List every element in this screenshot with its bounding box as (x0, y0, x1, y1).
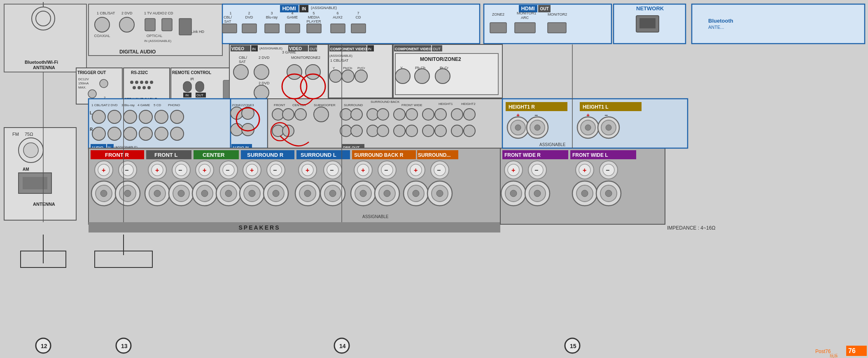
svg-text:FRONT WIDE: FRONT WIDE (401, 103, 422, 107)
svg-point-299 (225, 190, 232, 197)
svg-point-253 (152, 164, 163, 176)
svg-text:Pb Cb: Pb Cb (415, 66, 425, 70)
svg-point-220 (282, 125, 294, 137)
svg-point-288 (145, 181, 170, 206)
svg-text:ZONE2: ZONE2 (308, 56, 320, 60)
svg-point-300 (240, 181, 264, 206)
svg-text:COMPONENT VIDEO: COMPONENT VIDEO (395, 47, 432, 51)
svg-text:+: + (511, 167, 515, 174)
svg-point-290 (154, 190, 161, 197)
svg-text:MEDIA: MEDIA (308, 15, 320, 19)
svg-rect-78 (309, 45, 317, 51)
svg-rect-1 (4, 4, 86, 72)
svg-text:PLAYER: PLAYER (307, 19, 321, 23)
svg-point-227 (422, 125, 434, 137)
svg-point-298 (220, 185, 237, 202)
svg-point-351 (505, 185, 522, 202)
svg-rect-21 (179, 19, 191, 35)
svg-text:AUDIO IN: AUDIO IN (232, 146, 249, 150)
svg-text:SIGNAL GND: SIGNAL GND (220, 101, 240, 105)
svg-text:CBL/: CBL/ (239, 56, 247, 60)
svg-point-221 (340, 125, 352, 137)
svg-text:SAT: SAT (224, 19, 231, 23)
svg-point-291 (169, 181, 194, 206)
svg-rect-144 (223, 80, 229, 99)
svg-point-374 (527, 117, 548, 138)
svg-text:AUDIO: AUDIO (91, 146, 103, 150)
svg-point-216 (435, 109, 446, 120)
main-panel: Bluetooth/Wi-Fi ANTENNA DIGITAL AUDIO 1 … (0, 0, 868, 358)
svg-point-173 (139, 127, 152, 140)
svg-rect-71 (231, 45, 250, 51)
svg-rect-63 (614, 4, 686, 44)
svg-rect-186 (231, 144, 252, 150)
svg-rect-153 (107, 144, 114, 150)
svg-text:+: + (102, 167, 105, 174)
svg-point-372 (511, 120, 525, 135)
svg-text:+: + (306, 167, 309, 174)
svg-rect-92 (329, 44, 392, 98)
svg-text:SUBWOOFER: SUBWOOFER (314, 103, 336, 107)
svg-text:HDMI: HDMI (282, 5, 296, 12)
svg-point-117 (435, 69, 450, 84)
svg-text:12: 12 (41, 343, 47, 349)
svg-point-341 (528, 161, 546, 179)
svg-text:SURROUND: SURROUND (344, 103, 363, 107)
svg-text:1 CBL/SAT: 1 CBL/SAT (91, 103, 108, 107)
svg-point-252 (148, 161, 166, 179)
svg-text:−: − (606, 167, 609, 174)
svg-text:TRIGGER OUT: TRIGGER OUT (77, 70, 106, 75)
svg-point-293 (178, 190, 184, 197)
svg-text:PRE OUT: PRE OUT (343, 146, 360, 150)
svg-text:ANTENNA: ANTENNA (33, 202, 55, 207)
svg-point-347 (600, 161, 618, 179)
svg-point-85 (254, 65, 269, 79)
svg-point-313 (355, 185, 371, 202)
svg-rect-331 (89, 222, 500, 232)
svg-text:OUT: OUT (540, 7, 548, 11)
svg-point-296 (201, 190, 208, 197)
svg-text:−: − (604, 112, 608, 119)
svg-text:3 GAME: 3 GAME (282, 50, 296, 54)
svg-text:−: − (178, 167, 182, 174)
svg-rect-50 (351, 24, 366, 33)
svg-point-210 (351, 109, 362, 120)
svg-point-247 (98, 164, 110, 176)
svg-text:CBL/: CBL/ (224, 15, 232, 19)
svg-rect-336 (570, 150, 636, 159)
svg-rect-23 (280, 5, 299, 12)
svg-text:2: 2 (248, 11, 250, 15)
svg-text:L: L (90, 111, 92, 115)
svg-point-350 (501, 181, 526, 206)
svg-text:DC12V: DC12V (78, 77, 89, 81)
svg-point-270 (299, 161, 317, 179)
svg-point-304 (268, 185, 284, 202)
svg-point-277 (357, 164, 369, 176)
svg-text:FM: FM (12, 132, 19, 137)
svg-point-87 (287, 65, 302, 79)
svg-rect-70 (229, 44, 328, 104)
svg-point-354 (529, 185, 546, 202)
svg-rect-176 (4, 128, 76, 220)
svg-point-394 (334, 338, 349, 353)
svg-text:6: 6 (336, 11, 338, 15)
svg-text:2 DVD: 2 DVD (259, 56, 270, 60)
svg-point-276 (354, 161, 372, 179)
svg-text:CD: CD (356, 15, 361, 19)
svg-text:+: + (155, 167, 159, 174)
svg-rect-362 (502, 99, 688, 148)
svg-point-171 (108, 127, 121, 140)
svg-point-378 (581, 120, 595, 135)
svg-text:15: 15 (570, 343, 576, 349)
svg-rect-244 (417, 150, 458, 159)
svg-point-208 (314, 107, 329, 122)
svg-text:OUT: OUT (433, 47, 441, 51)
svg-point-167 (155, 110, 168, 123)
svg-text:STRAIGHT CABLE: STRAIGHT CABLE (124, 97, 157, 101)
svg-point-264 (243, 161, 261, 179)
svg-point-168 (170, 110, 184, 123)
svg-point-214 (406, 109, 418, 120)
svg-point-329 (436, 190, 443, 197)
svg-point-326 (413, 190, 419, 197)
svg-rect-67 (692, 4, 865, 44)
